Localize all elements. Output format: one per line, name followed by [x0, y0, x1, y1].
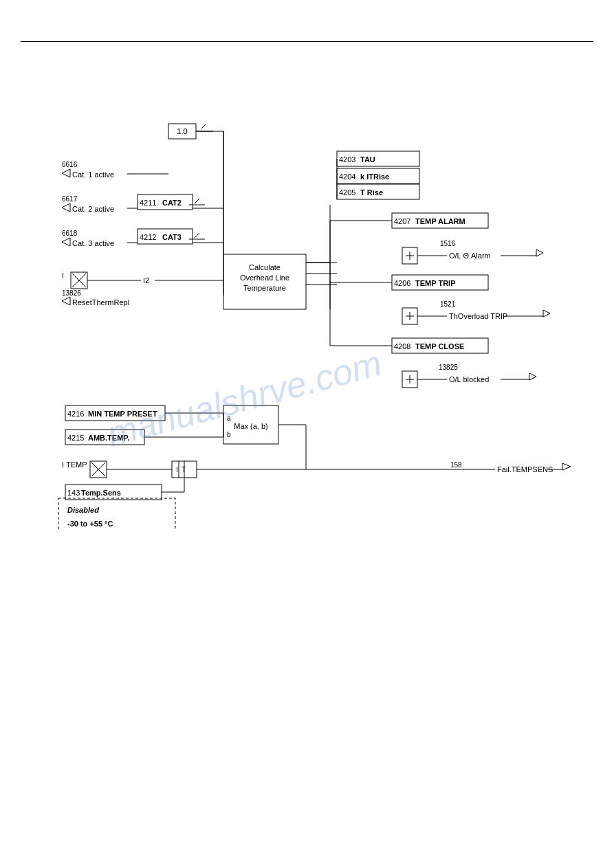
svg-marker-46: [536, 249, 543, 256]
amb-temp-label: AMB.TEMP.: [88, 434, 129, 442]
svg-marker-12: [62, 238, 70, 246]
temp-alarm-id: 4207: [394, 217, 410, 225]
cat2-label: CAT2: [162, 199, 182, 207]
cat2-id: 4211: [140, 199, 156, 207]
i-label: I: [62, 271, 64, 280]
page-container: manualshrve.com 1.0 6616 Cat. 1 active 4…: [0, 0, 614, 868]
tau-id: 4203: [339, 155, 355, 164]
id-6618: 6618: [62, 230, 78, 237]
id-1516: 1516: [440, 240, 456, 247]
cat2-active-label: Cat. 2 active: [72, 205, 114, 213]
th-trip-label: ThOverload TRIP: [449, 312, 507, 320]
temp-sens-label: Temp.Sens: [81, 489, 121, 497]
kitrise-id: 4204: [339, 173, 355, 181]
it-label-i: I: [176, 465, 178, 474]
cat3-id: 4212: [140, 233, 156, 241]
svg-marker-3: [62, 169, 70, 177]
top-border: [21, 41, 593, 42]
cat3-active-label: Cat. 3 active: [72, 239, 114, 247]
tau-label: TAU: [360, 155, 375, 164]
svg-marker-62: [529, 373, 536, 380]
id-13825: 13825: [439, 364, 458, 371]
svg-marker-54: [543, 310, 550, 317]
temp-close-id: 4208: [394, 342, 410, 350]
kitrise-label: k ITRise: [360, 173, 389, 181]
temp-close-label: TEMP CLOSE: [415, 342, 464, 350]
svg-line-1: [201, 124, 206, 129]
reset-label: ResetThermRepl: [72, 298, 129, 307]
range1-label: -30 to +55 °C: [67, 520, 113, 528]
min-temp-label: MIN TEMP PRESET: [88, 410, 157, 418]
id-13826: 13826: [62, 289, 81, 297]
temp-trip-id: 4206: [394, 279, 410, 287]
cat1-active-label: Cat. 1 active: [72, 170, 114, 179]
svg-line-9: [195, 199, 199, 203]
svg-marker-26: [62, 297, 70, 305]
fail-tempsens-label: Fail.TEMPSENS: [497, 465, 553, 474]
ol-blocked-label: O/L blocked: [449, 375, 489, 383]
temp-alarm-label: TEMP ALARM: [415, 217, 465, 225]
svg-rect-27: [223, 254, 306, 309]
trise-id: 4205: [339, 188, 355, 197]
temp-trip-label: TEMP TRIP: [415, 279, 455, 287]
a-label: a: [227, 414, 231, 422]
cat3-label: CAT3: [162, 233, 182, 241]
i-temp-label: I TEMP: [62, 460, 87, 469]
temp-sens-id: 143: [67, 489, 80, 497]
svg-line-15: [195, 233, 199, 238]
calc-line2: Overhead Line: [240, 274, 289, 282]
min-temp-id: 4216: [67, 410, 84, 418]
id-6616: 6616: [62, 161, 78, 168]
b-label: b: [227, 431, 231, 438]
disabled-label: Disabled: [67, 506, 99, 514]
ratio-label: 1.0: [177, 127, 187, 135]
id-6617: 6617: [62, 195, 78, 203]
svg-marker-81: [562, 463, 571, 470]
amb-temp-id: 4215: [67, 434, 84, 442]
diagram-svg: 1.0 6616 Cat. 1 active 4211 CAT2 6617 Ca…: [21, 48, 598, 529]
i2-label: I2: [143, 276, 149, 285]
ol-alarm-label: O/L Θ Alarm: [449, 252, 491, 260]
max-ab-label: Max (a, b): [234, 422, 268, 430]
calc-line1: Calculate: [249, 263, 281, 271]
svg-marker-6: [62, 203, 70, 212]
calc-line3: Temperature: [243, 284, 286, 292]
trise-label: T Rise: [360, 188, 383, 197]
id-158: 158: [450, 461, 462, 469]
id-1521: 1521: [440, 300, 456, 308]
